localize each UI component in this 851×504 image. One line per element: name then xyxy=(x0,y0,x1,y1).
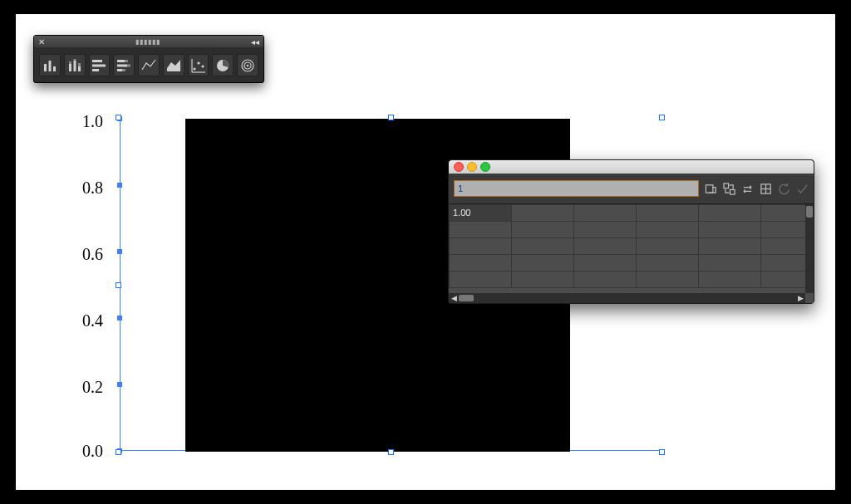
stacked-bar-chart-button[interactable] xyxy=(113,54,135,76)
svg-point-21 xyxy=(201,65,204,67)
scatter-chart-button[interactable] xyxy=(188,54,209,76)
graph-data-window[interactable]: 1 1.00 xyxy=(448,159,814,304)
scroll-left-arrow-icon[interactable]: ◀ xyxy=(449,293,459,303)
data-cell[interactable] xyxy=(512,272,574,288)
data-cell[interactable] xyxy=(699,238,761,255)
svg-rect-5 xyxy=(73,61,76,71)
palette-title-bar[interactable]: ✕ ▮▮▮▮▮▮ ◂◂ xyxy=(34,36,263,47)
zoom-window-button[interactable] xyxy=(480,162,490,172)
data-window-title-bar[interactable] xyxy=(449,160,814,174)
data-window-toolbar: 1 xyxy=(449,174,814,203)
svg-rect-28 xyxy=(730,189,735,194)
data-cell[interactable] xyxy=(574,222,637,238)
svg-rect-13 xyxy=(125,60,128,62)
data-cell[interactable] xyxy=(512,255,574,272)
y-axis-tick-label: 0.8 xyxy=(70,179,103,196)
data-cell[interactable] xyxy=(512,205,574,222)
data-cell[interactable] xyxy=(450,238,512,255)
horizontal-scrollbar[interactable]: ◀ ▶ xyxy=(449,293,805,303)
data-cell[interactable] xyxy=(574,272,637,288)
y-axis-tick-label: 0.2 xyxy=(70,379,103,395)
scroll-right-arrow-icon[interactable]: ▶ xyxy=(795,293,805,303)
minimize-window-button[interactable] xyxy=(467,162,477,172)
palette-grip-icon[interactable]: ▮▮▮▮▮▮ xyxy=(45,38,251,46)
svg-point-19 xyxy=(193,67,195,70)
data-cell[interactable] xyxy=(637,222,699,238)
data-cell[interactable] xyxy=(574,205,637,222)
svg-rect-27 xyxy=(723,183,728,188)
switch-xy-icon[interactable] xyxy=(740,182,754,195)
area-chart-button[interactable] xyxy=(163,54,184,76)
transpose-icon[interactable] xyxy=(722,182,735,195)
pie-chart-button[interactable] xyxy=(212,54,234,76)
data-cell[interactable] xyxy=(512,222,574,238)
data-cell[interactable] xyxy=(699,272,761,288)
data-cell[interactable] xyxy=(450,272,512,288)
svg-rect-17 xyxy=(122,69,125,71)
close-icon[interactable]: ✕ xyxy=(38,37,45,46)
svg-rect-2 xyxy=(53,66,56,71)
data-cell[interactable] xyxy=(637,205,699,222)
svg-rect-11 xyxy=(92,69,99,71)
bar-chart-button[interactable] xyxy=(89,54,111,76)
data-cell[interactable] xyxy=(512,238,574,255)
svg-rect-16 xyxy=(117,69,122,71)
svg-rect-15 xyxy=(127,64,130,66)
svg-rect-8 xyxy=(78,63,81,66)
svg-rect-0 xyxy=(44,64,47,71)
line-chart-button[interactable] xyxy=(138,54,160,76)
data-cell[interactable] xyxy=(637,255,699,272)
column-chart-button[interactable] xyxy=(39,54,61,76)
svg-rect-7 xyxy=(78,66,81,71)
vertical-scroll-thumb[interactable] xyxy=(806,206,813,218)
revert-icon xyxy=(777,182,790,195)
horizontal-scroll-thumb[interactable] xyxy=(459,295,474,301)
apply-icon xyxy=(795,182,809,195)
data-cell[interactable]: 1.00 xyxy=(450,205,512,222)
data-cell[interactable] xyxy=(637,272,699,288)
y-axis-tick-label: 0.0 xyxy=(70,443,103,459)
svg-marker-18 xyxy=(167,60,180,71)
svg-rect-26 xyxy=(706,184,712,192)
vertical-scrollbar[interactable] xyxy=(805,204,814,293)
svg-rect-6 xyxy=(73,59,76,61)
svg-point-25 xyxy=(247,64,249,66)
data-cell[interactable] xyxy=(450,222,512,238)
data-cell[interactable] xyxy=(699,222,761,238)
close-window-button[interactable] xyxy=(454,162,464,172)
svg-rect-10 xyxy=(92,64,106,66)
cell-entry-field[interactable]: 1 xyxy=(454,180,699,197)
y-axis-tick-label: 1.0 xyxy=(70,113,103,130)
stacked-column-chart-button[interactable] xyxy=(64,54,86,76)
svg-rect-14 xyxy=(117,64,127,66)
svg-rect-4 xyxy=(69,61,71,64)
data-cell[interactable] xyxy=(699,205,761,222)
import-data-icon[interactable] xyxy=(704,182,717,195)
data-grid[interactable]: 1.00 ◀ ▶ xyxy=(449,203,814,303)
data-cell[interactable] xyxy=(574,238,637,255)
svg-point-20 xyxy=(197,61,199,64)
data-cell[interactable] xyxy=(574,255,637,272)
data-cell[interactable] xyxy=(699,255,761,272)
svg-rect-12 xyxy=(117,60,125,62)
cell-style-icon[interactable] xyxy=(759,182,772,195)
y-axis-tick-label: 0.6 xyxy=(70,246,103,262)
radar-chart-button[interactable] xyxy=(237,54,258,76)
data-cell[interactable] xyxy=(450,255,512,272)
chart-type-palette[interactable]: ✕ ▮▮▮▮▮▮ ◂◂ xyxy=(33,35,264,83)
svg-rect-3 xyxy=(69,64,71,71)
y-axis-tick-label: 0.4 xyxy=(70,312,103,329)
data-cell[interactable] xyxy=(637,238,699,255)
svg-rect-1 xyxy=(48,61,51,71)
svg-rect-9 xyxy=(92,60,102,62)
collapse-icon[interactable]: ◂◂ xyxy=(251,37,259,46)
